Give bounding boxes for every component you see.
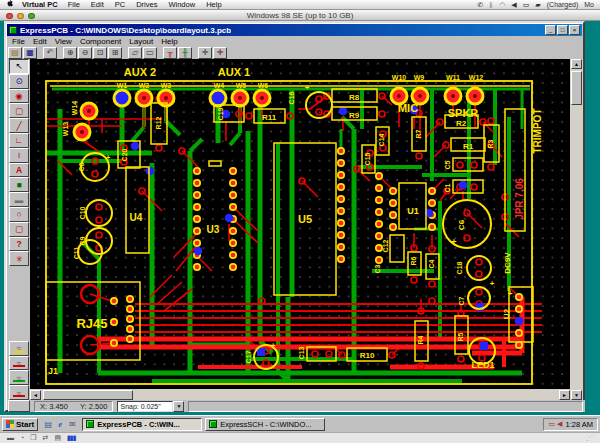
phone-icon[interactable]: ✆ (477, 0, 483, 9)
tool-circle-button[interactable]: ○ (9, 207, 29, 222)
toolbar-component-info-button[interactable]: ▭ (143, 47, 157, 59)
tool-text-button[interactable]: A (9, 163, 29, 178)
display-icon[interactable]: ▭ (548, 420, 555, 428)
vertical-scroll-thumb[interactable] (571, 71, 582, 105)
mac-menu-edit[interactable]: Edit (90, 0, 105, 9)
volume-icon[interactable]: ◀ (511, 0, 516, 9)
vpc-status-icons: ▬◔❒⇄▤▮▮▮ (7, 434, 76, 442)
tool-trace-button[interactable]: ╱ (9, 118, 29, 133)
pcb-label: C7 (458, 296, 465, 305)
mac-menu-help[interactable]: Help (205, 0, 222, 9)
mac-window-title: Windows 98 SE (up to 10 GB) (0, 11, 600, 20)
menu-view[interactable]: View (51, 37, 76, 46)
scroll-right-button[interactable]: ► (559, 390, 570, 400)
tool-disconnect-button[interactable]: ✳ (9, 251, 29, 266)
mail-icon[interactable]: ✉ (67, 419, 77, 430)
toolbar-zoom-in-button[interactable]: ⊕ (63, 47, 77, 59)
toolbar-spacing-green-button[interactable]: ╫ (178, 47, 192, 59)
menu-help[interactable]: Help (157, 37, 181, 46)
close-window-button[interactable] (6, 13, 13, 20)
battery-icon[interactable]: ▰ (535, 0, 540, 9)
apple-menu-icon[interactable] (6, 0, 13, 10)
mac-menu-drives[interactable]: Drives (135, 0, 158, 9)
snap-dropdown-button[interactable]: ▼ (173, 401, 184, 412)
tool-select-button[interactable]: ↖ (9, 59, 29, 74)
menu-edit[interactable]: Edit (29, 37, 51, 46)
mac-menu-window[interactable]: Window (167, 0, 196, 9)
horizontal-scrollbar[interactable]: ◄ ► (30, 389, 570, 400)
expresspcb-titlebar[interactable]: ExpressPCB - C:\WINDOWS\Desktop\boardlay… (7, 24, 582, 36)
mac-menu-pc[interactable]: PC (114, 0, 126, 9)
snap-value[interactable]: Snap: 0.025" (117, 401, 173, 412)
toolbar-zoom-out-button[interactable]: ⊖ (78, 47, 92, 59)
hard-disk-icon: ▬ (7, 434, 14, 442)
toolbar-undo-button[interactable]: ↶ (43, 47, 57, 59)
cd-icon: ◔ (20, 434, 24, 442)
task-button-label: ExpressSCH - C:\WINDO... (220, 420, 311, 429)
tool-corner-button[interactable]: ∟ (9, 133, 29, 148)
statusbar-corner-button (8, 400, 30, 412)
mac-app-menu[interactable]: Virtual PC (22, 0, 58, 9)
close-button[interactable]: × (569, 25, 580, 35)
toolbar-zoom-window-button[interactable]: ⊡ (93, 47, 107, 59)
tool-keepout-button[interactable]: ▬ (9, 192, 29, 207)
pcb-label: R8 (349, 93, 360, 102)
task-button-1[interactable]: ExpressSCH - C:\WINDO... (205, 418, 325, 431)
scroll-down-button[interactable]: ▼ (571, 390, 582, 400)
tool-layer-ratsnest-button[interactable]: ≈ (9, 385, 29, 400)
menubar-clock[interactable]: Mo (584, 1, 594, 8)
tool-filled-plane-button[interactable]: ■ (9, 177, 29, 192)
pcb-label: R4 (417, 335, 424, 344)
pcb-label: R10 (360, 351, 375, 360)
tool-layer-silkscreen-button[interactable]: ≈ (9, 341, 29, 356)
resize-grip[interactable]: ⋰ (586, 434, 593, 442)
toolbar-center-board-button[interactable]: ✛ (198, 47, 212, 59)
toolbar-save-button[interactable]: ▦ (23, 47, 37, 59)
taskbar-clock[interactable]: 1:28 AM (565, 420, 593, 429)
toolbar-set-origin-button[interactable]: ✛ (213, 47, 227, 59)
pcb-label: SPKR (448, 107, 479, 119)
mac-menubar: Virtual PC FileEditPCDrivesWindowHelp ✆ᛒ… (0, 0, 600, 10)
pcb-menubar: FileEditViewComponentLayoutHelp (6, 36, 583, 46)
task-button-0[interactable]: ExpressPCB - C:\WIN... (82, 418, 202, 431)
volume-icon[interactable]: ◀ (557, 420, 562, 428)
tool-layer-top-copper-button[interactable]: ≈ (9, 356, 29, 371)
tool-rectangle-button[interactable]: ▢ (9, 222, 29, 237)
pcb-label: C4 (428, 259, 435, 268)
toolbar-place-component-button[interactable]: ▱ (128, 47, 142, 59)
pcb-label: R9 (349, 111, 360, 120)
menu-layout[interactable]: Layout (125, 37, 157, 46)
scroll-up-button[interactable]: ▲ (571, 59, 582, 69)
wifi-icon[interactable]: ◠ (499, 0, 505, 9)
menu-component[interactable]: Component (76, 37, 125, 46)
tool-zoom-button[interactable]: ⊙ (9, 74, 29, 89)
pcb-label: R6 (410, 256, 417, 265)
start-button[interactable]: Start (2, 418, 38, 431)
tool-pad-button[interactable]: ◉ (9, 89, 29, 104)
bluetooth-icon[interactable]: ᛒ (489, 0, 493, 9)
horizontal-scroll-thumb[interactable] (43, 390, 133, 400)
mac-menu-file[interactable]: File (67, 0, 81, 9)
pcb-layout-drawing[interactable]: AUX 2AUX 1W1W2W3W4W5W6W10W9W11W12W14W13R… (30, 59, 570, 389)
desktop-icon[interactable]: ▤ (43, 419, 53, 430)
tool-segment-button[interactable]: ≀ (9, 148, 29, 163)
menu-file[interactable]: File (8, 37, 29, 46)
vertical-scrollbar[interactable]: ▲ ▼ (570, 59, 583, 400)
toolbar-open-button[interactable]: ▤ (8, 47, 22, 59)
tool-layer-bottom-copper-button[interactable]: ≈ (9, 370, 29, 385)
minimize-window-button[interactable] (17, 13, 24, 20)
scroll-left-button[interactable]: ◄ (30, 390, 41, 400)
mac-window-titlebar[interactable]: Windows 98 SE (up to 10 GB) (0, 10, 600, 21)
tool-component-query-button[interactable]: ? (9, 237, 29, 252)
tool-component-button[interactable]: ▢ (9, 103, 29, 118)
pcb-canvas[interactable]: AUX 2AUX 1W1W2W3W4W5W6W10W9W11W12W14W13R… (30, 59, 570, 389)
toolbar-spacing-red-button[interactable]: ╥ (163, 47, 177, 59)
display-icon[interactable]: ▭ (523, 0, 530, 9)
pcb-label: C17 (245, 350, 252, 363)
ie-icon[interactable]: e (55, 419, 65, 430)
maximize-button[interactable]: □ (557, 25, 568, 35)
zoom-window-button[interactable] (28, 13, 35, 20)
toolbar-zoom-board-button[interactable]: ⊞ (108, 47, 122, 59)
minimize-button[interactable]: _ (545, 25, 556, 35)
expresspcb-title: ExpressPCB - C:\WINDOWS\Desktop\boardlay… (20, 26, 231, 35)
